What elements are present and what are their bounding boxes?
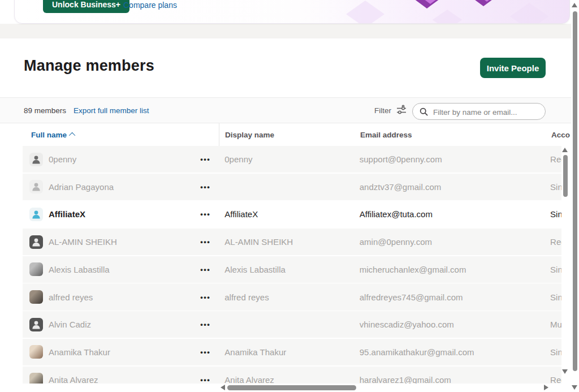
- table-scrollbar-down-arrow[interactable]: [562, 369, 568, 374]
- member-full-name: Anamika Thakur: [49, 347, 191, 357]
- row-overflow-menu-button[interactable]: •••: [191, 183, 210, 191]
- member-name-cell: Adrian Pagayona •••: [23, 180, 218, 193]
- column-header-display-name[interactable]: Display name: [219, 131, 360, 139]
- filter-label[interactable]: Filter: [374, 106, 391, 115]
- column-header-account-type[interactable]: Accou: [551, 131, 570, 139]
- member-row[interactable]: alfred reyes ••• alfred reyes alfredreye…: [23, 283, 561, 310]
- member-display-name: Alexis Labastilla: [218, 265, 359, 274]
- page-scrollbar-up-arrow[interactable]: [572, 3, 577, 7]
- row-overflow-menu-button[interactable]: •••: [191, 320, 210, 329]
- member-row[interactable]: 0penny ••• 0penny support@0penny.com Reg: [23, 146, 561, 173]
- member-display-name: AL-AMIN SHEIKH: [218, 237, 359, 247]
- invite-people-button[interactable]: Invite People: [480, 58, 546, 78]
- member-name-cell: Alexis Labastilla •••: [23, 262, 218, 276]
- member-account-type: Reg: [550, 237, 561, 247]
- member-email: 95.anamikathakur@gmail.com: [360, 347, 550, 357]
- banner-background-band: [0, 24, 571, 38]
- member-avatar: [29, 208, 43, 221]
- column-header-full-name[interactable]: Full name: [23, 131, 219, 139]
- member-rows: 0penny ••• 0penny support@0penny.com Reg…: [23, 146, 561, 384]
- member-email: haralvarez1@gmail.com: [360, 375, 550, 384]
- person-icon: [31, 320, 41, 330]
- upgrade-banner: Unlock Business+ Compare plans: [14, 0, 570, 24]
- member-search-input[interactable]: [432, 104, 542, 120]
- page-title: Manage members: [24, 57, 154, 75]
- member-full-name: Alexis Labastilla: [49, 265, 191, 274]
- row-overflow-menu-button[interactable]: •••: [191, 265, 210, 274]
- member-account-type: Mul: [550, 320, 561, 329]
- member-name-cell: Alvin Cadiz •••: [23, 318, 218, 331]
- member-avatar: [29, 153, 43, 166]
- member-full-name: AffiliateX: [49, 209, 191, 219]
- member-row[interactable]: Anamika Thakur ••• Anamika Thakur 95.ana…: [23, 339, 561, 365]
- member-avatar: [29, 373, 43, 384]
- person-icon: [31, 182, 41, 192]
- table-scrollbar-up-arrow[interactable]: [562, 148, 568, 152]
- member-display-name: Anamika Thakur: [218, 347, 359, 357]
- member-name-cell: AL-AMIN SHEIKH •••: [23, 235, 218, 249]
- member-search-box: [412, 103, 546, 120]
- member-full-name: Adrian Pagayona: [49, 182, 191, 192]
- member-account-type: Sin: [550, 182, 561, 192]
- row-overflow-menu-button[interactable]: •••: [191, 155, 210, 163]
- person-icon: [31, 209, 41, 219]
- member-full-name: Anita Alvarez: [49, 375, 191, 384]
- row-overflow-menu-button[interactable]: •••: [191, 238, 210, 246]
- column-header-email-address[interactable]: Email address: [360, 131, 551, 139]
- column-full-name-label: Full name: [31, 131, 67, 139]
- member-name-cell: AffiliateX •••: [23, 208, 218, 221]
- member-display-name: Anita Alvarez: [218, 375, 359, 384]
- member-full-name: alfred reyes: [49, 292, 191, 302]
- member-full-name: AL-AMIN SHEIKH: [49, 237, 191, 247]
- member-name-cell: 0penny •••: [23, 153, 218, 166]
- member-avatar: [29, 290, 43, 304]
- search-icon: [420, 107, 428, 116]
- export-member-list-link[interactable]: Export full member list: [74, 106, 149, 115]
- member-row[interactable]: AffiliateX ••• AffiliateX Affiliatex@tut…: [23, 201, 561, 227]
- filter-sliders-icon[interactable]: [396, 105, 407, 116]
- sort-ascending-icon: [69, 132, 75, 139]
- member-name-cell: Anamika Thakur •••: [23, 345, 218, 359]
- member-avatar: [29, 180, 43, 193]
- member-email: Affiliatex@tuta.com: [360, 209, 550, 219]
- row-overflow-menu-button[interactable]: •••: [191, 293, 210, 301]
- member-row[interactable]: Alvin Cadiz ••• vhinescadiz@yahoo.com Mu…: [23, 311, 561, 338]
- person-icon: [31, 154, 41, 165]
- member-name-cell: alfred reyes •••: [23, 290, 218, 304]
- page-scrollbar-down-arrow[interactable]: [572, 385, 577, 390]
- member-account-type: Sin: [550, 292, 561, 302]
- manage-members-page: Unlock Business+ Compare plans Manage me…: [0, 0, 579, 392]
- members-toolbar: 89 members Export full member list Filte…: [0, 97, 571, 123]
- member-row[interactable]: Alexis Labastilla ••• Alexis Labastilla …: [23, 256, 561, 283]
- member-email: andztv37@gmail.com: [360, 182, 550, 192]
- horizontal-scrollbar-left-arrow[interactable]: [221, 385, 225, 390]
- member-row[interactable]: Anita Alvarez ••• Anita Alvarez haralvar…: [23, 367, 561, 384]
- compare-plans-link[interactable]: Compare plans: [123, 1, 177, 10]
- member-account-type: Sin: [550, 265, 561, 274]
- member-email: support@0penny.com: [360, 154, 550, 164]
- member-account-type: Sin: [550, 209, 561, 219]
- gift-boxes-illustration: [343, 0, 569, 24]
- horizontal-scrollbar-thumb[interactable]: [227, 385, 356, 390]
- row-overflow-menu-button[interactable]: •••: [191, 348, 210, 356]
- member-count: 89 members: [24, 106, 66, 115]
- person-icon: [31, 237, 41, 247]
- row-overflow-menu-button[interactable]: •••: [191, 376, 210, 384]
- unlock-business-button[interactable]: Unlock Business+: [43, 0, 129, 13]
- members-table-header: Full name Display name Email address Acc…: [23, 123, 570, 146]
- member-email: alfredreyes745@gmail.com: [360, 292, 550, 302]
- member-avatar: [29, 235, 43, 249]
- table-scrollbar-thumb[interactable]: [563, 155, 568, 197]
- row-overflow-menu-button[interactable]: •••: [191, 210, 210, 218]
- member-row[interactable]: AL-AMIN SHEIKH ••• AL-AMIN SHEIKH amin@0…: [23, 229, 561, 255]
- member-avatar: [29, 318, 43, 331]
- member-name-cell: Anita Alvarez •••: [23, 373, 218, 384]
- horizontal-scrollbar-right-arrow[interactable]: [544, 385, 548, 390]
- member-row[interactable]: Adrian Pagayona ••• andztv37@gmail.com S…: [23, 174, 561, 200]
- member-display-name: alfred reyes: [218, 292, 359, 302]
- page-scrollbar-thumb[interactable]: [573, 11, 577, 371]
- member-account-type: Sin: [550, 347, 561, 357]
- member-email: micheruchanlex@gmail.com: [360, 265, 550, 274]
- member-display-name: 0penny: [218, 154, 359, 164]
- member-display-name: AffiliateX: [218, 209, 359, 219]
